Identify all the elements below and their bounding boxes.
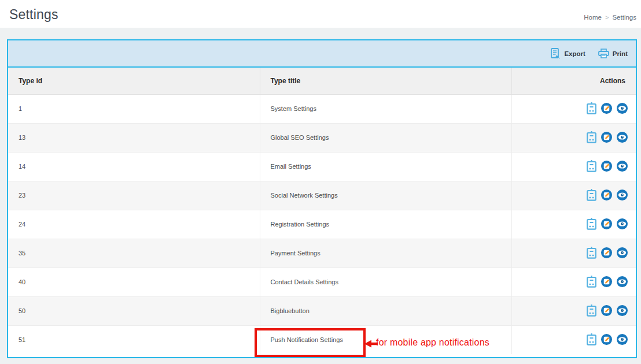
- clipboard-action-button[interactable]: [587, 189, 596, 201]
- view-action-button[interactable]: [617, 334, 628, 345]
- edit-icon: [601, 247, 612, 258]
- print-button[interactable]: Print: [598, 49, 628, 58]
- column-header-type-id: Type id: [8, 68, 260, 94]
- cell-actions: [511, 268, 636, 296]
- view-action-button[interactable]: [617, 103, 628, 114]
- table-toolbar: Export Print: [8, 40, 636, 68]
- cell-type-title: Global SEO Settings: [260, 123, 511, 152]
- edit-icon: [601, 334, 612, 345]
- cell-type-id: 51: [8, 325, 260, 354]
- breadcrumb: Home > Settings: [584, 14, 636, 21]
- view-action-button[interactable]: [617, 276, 628, 287]
- row-actions: [587, 304, 628, 317]
- cell-type-id: 40: [8, 268, 260, 296]
- view-action-button[interactable]: [617, 161, 628, 172]
- cell-type-id: 13: [8, 123, 260, 152]
- clipboard-action-button[interactable]: [587, 304, 596, 317]
- table-body: 1 System Settings: [8, 94, 636, 354]
- clipboard-action-button[interactable]: [587, 160, 596, 172]
- view-action-button[interactable]: [617, 190, 628, 200]
- clipboard-icon: [587, 131, 596, 143]
- annotation-label: for mobile app notifications: [376, 337, 489, 348]
- view-action-button[interactable]: [617, 218, 628, 229]
- clipboard-icon: [587, 160, 596, 172]
- clipboard-action-button[interactable]: [587, 247, 596, 259]
- eye-icon: [617, 334, 628, 345]
- edit-action-button[interactable]: [601, 334, 612, 345]
- cell-actions: [511, 152, 636, 181]
- clipboard-icon: [587, 333, 596, 346]
- cell-actions: [511, 296, 636, 325]
- cell-type-id: 23: [8, 181, 260, 210]
- cell-type-id: 50: [8, 296, 260, 325]
- edit-icon: [601, 190, 612, 200]
- export-document-icon: [551, 48, 561, 59]
- topbar: Settings Home > Settings: [0, 0, 641, 28]
- table-row: 13 Global SEO Settings: [8, 123, 636, 152]
- eye-icon: [617, 132, 628, 143]
- printer-icon: [598, 49, 609, 58]
- column-header-actions: Actions: [511, 68, 636, 94]
- export-button-label: Export: [564, 50, 585, 57]
- cell-type-title: Payment Settings: [260, 239, 511, 268]
- clipboard-icon: [587, 276, 596, 288]
- cell-actions: [511, 123, 636, 152]
- cell-type-title: Bigbluebutton: [260, 296, 511, 325]
- export-button[interactable]: Export: [551, 48, 585, 59]
- edit-action-button[interactable]: [601, 305, 612, 316]
- cell-actions: [511, 325, 636, 354]
- breadcrumb-current: Settings: [612, 14, 636, 21]
- cell-type-title: System Settings: [260, 94, 511, 123]
- cell-type-title: Registration Settings: [260, 210, 511, 239]
- edit-action-button[interactable]: [601, 218, 612, 229]
- eye-icon: [617, 305, 628, 316]
- clipboard-icon: [587, 102, 596, 114]
- cell-actions: [511, 210, 636, 239]
- clipboard-icon: [587, 247, 596, 259]
- table-row: 35 Payment Settings: [8, 239, 636, 268]
- clipboard-action-button[interactable]: [587, 102, 596, 114]
- view-action-button[interactable]: [617, 132, 628, 143]
- row-actions: [587, 189, 628, 201]
- settings-panel: Export Print Type id Type title Actions …: [7, 39, 637, 358]
- breadcrumb-separator: >: [605, 14, 609, 21]
- edit-action-button[interactable]: [601, 132, 612, 143]
- cell-actions: [511, 239, 636, 268]
- clipboard-action-button[interactable]: [587, 276, 596, 288]
- cell-type-id: 1: [8, 94, 260, 123]
- cell-type-id: 35: [8, 239, 260, 268]
- edit-icon: [601, 161, 612, 172]
- cell-actions: [511, 94, 636, 123]
- cell-actions: [511, 181, 636, 210]
- eye-icon: [617, 276, 628, 287]
- table-row: 24 Registration Settings: [8, 210, 636, 239]
- view-action-button[interactable]: [617, 247, 628, 258]
- clipboard-action-button[interactable]: [587, 333, 596, 346]
- cell-type-title: Email Settings: [260, 152, 511, 181]
- table-row: 14 Email Settings: [8, 152, 636, 181]
- edit-icon: [601, 276, 612, 287]
- table-row: 40 Contact Details Settings: [8, 268, 636, 296]
- edit-action-button[interactable]: [601, 103, 612, 114]
- eye-icon: [617, 190, 628, 200]
- row-actions: [587, 247, 628, 259]
- table-row: 51 Push Notification Settings: [8, 325, 636, 354]
- table-header-row: Type id Type title Actions: [8, 68, 636, 94]
- edit-action-button[interactable]: [601, 247, 612, 258]
- clipboard-icon: [587, 304, 596, 317]
- view-action-button[interactable]: [617, 305, 628, 316]
- edit-action-button[interactable]: [601, 161, 612, 172]
- clipboard-action-button[interactable]: [587, 218, 596, 230]
- edit-action-button[interactable]: [601, 276, 612, 287]
- edit-icon: [601, 218, 612, 229]
- print-button-label: Print: [613, 50, 628, 57]
- breadcrumb-home-link[interactable]: Home: [584, 14, 602, 21]
- page-title: Settings: [9, 7, 58, 23]
- eye-icon: [617, 247, 628, 258]
- table-row: 1 System Settings: [8, 94, 636, 123]
- edit-action-button[interactable]: [601, 190, 612, 200]
- edit-icon: [601, 305, 612, 316]
- cell-type-title: Contact Details Settings: [260, 268, 511, 296]
- clipboard-action-button[interactable]: [587, 131, 596, 143]
- table-row: 50 Bigbluebutton: [8, 296, 636, 325]
